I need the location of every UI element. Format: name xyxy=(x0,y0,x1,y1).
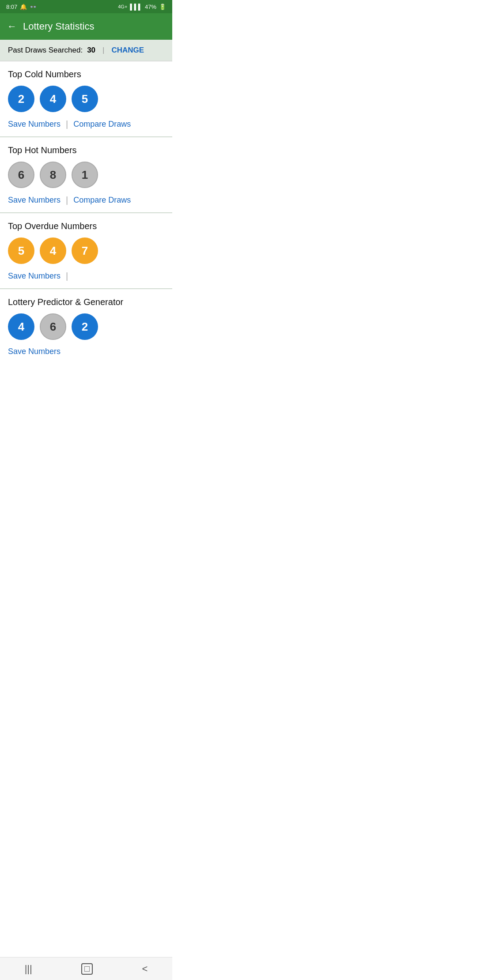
predictor-save-numbers[interactable]: Save Numbers xyxy=(8,347,61,356)
hot-action-links: Save Numbers | Compare Draws xyxy=(8,195,164,205)
overdue-ball-3: 7 xyxy=(72,237,98,264)
hot-numbers-title: Top Hot Numbers xyxy=(8,145,164,155)
hot-save-numbers[interactable]: Save Numbers xyxy=(8,196,61,205)
past-draws-label: Past Draws Searched: xyxy=(8,46,83,55)
network-icon: 4G+ xyxy=(118,4,127,9)
signal-bars: ▌▌▌ xyxy=(130,4,142,10)
hot-ball-2: 8 xyxy=(40,162,66,188)
status-time: 8:07 xyxy=(6,4,17,10)
app-bar: ← Lottery Statistics xyxy=(0,13,172,40)
cold-numbers-title: Top Cold Numbers xyxy=(8,69,164,79)
cold-divider: | xyxy=(66,119,68,129)
overdue-numbers-section: Top Overdue Numbers 5 4 7 Save Numbers | xyxy=(0,213,172,289)
hot-ball-1: 6 xyxy=(8,162,34,188)
alarm-icon: 🔔 xyxy=(20,4,27,10)
battery-icon: 🔋 xyxy=(159,4,166,10)
hot-divider: | xyxy=(66,195,68,205)
past-draws-count: 30 xyxy=(87,46,95,55)
status-right: 4G+ ▌▌▌ 47% 🔋 xyxy=(118,4,166,10)
past-draws-bar: Past Draws Searched: 30 | CHANGE xyxy=(0,40,172,61)
change-button[interactable]: CHANGE xyxy=(111,46,144,55)
status-left: 8:07 🔔 👓 xyxy=(6,4,37,10)
cold-balls-row: 2 4 5 xyxy=(8,86,164,112)
status-bar: 8:07 🔔 👓 4G+ ▌▌▌ 47% 🔋 xyxy=(0,0,172,13)
hot-balls-row: 6 8 1 xyxy=(8,162,164,188)
hot-ball-3: 1 xyxy=(72,162,98,188)
cold-numbers-section: Top Cold Numbers 2 4 5 Save Numbers | Co… xyxy=(0,61,172,137)
predictor-section: Lottery Predictor & Generator 4 6 2 Save… xyxy=(0,289,172,356)
page-title: Lottery Statistics xyxy=(23,21,94,32)
headset-icon: 👓 xyxy=(30,4,37,10)
cold-ball-2: 4 xyxy=(40,86,66,112)
predictor-title: Lottery Predictor & Generator xyxy=(8,297,164,307)
overdue-ball-1: 5 xyxy=(8,237,34,264)
predictor-ball-1: 4 xyxy=(8,313,34,340)
hot-compare-draws[interactable]: Compare Draws xyxy=(73,196,131,205)
overdue-save-numbers[interactable]: Save Numbers xyxy=(8,271,61,281)
cold-ball-1: 2 xyxy=(8,86,34,112)
cold-ball-3: 5 xyxy=(72,86,98,112)
overdue-balls-row: 5 4 7 xyxy=(8,237,164,264)
predictor-action-links: Save Numbers xyxy=(8,347,164,356)
overdue-divider: | xyxy=(66,271,68,281)
overdue-numbers-title: Top Overdue Numbers xyxy=(8,221,164,231)
hot-numbers-section: Top Hot Numbers 6 8 1 Save Numbers | Com… xyxy=(0,137,172,213)
cold-save-numbers[interactable]: Save Numbers xyxy=(8,120,61,129)
predictor-ball-3: 2 xyxy=(72,313,98,340)
battery-level: 47% xyxy=(145,4,156,10)
pipe-divider: | xyxy=(102,46,104,55)
predictor-balls-row: 4 6 2 xyxy=(8,313,164,340)
back-button[interactable]: ← xyxy=(7,21,17,32)
cold-compare-draws[interactable]: Compare Draws xyxy=(73,120,131,129)
predictor-ball-2: 6 xyxy=(40,313,66,340)
cold-action-links: Save Numbers | Compare Draws xyxy=(8,119,164,129)
overdue-ball-2: 4 xyxy=(40,237,66,264)
overdue-action-links: Save Numbers | xyxy=(8,271,164,281)
